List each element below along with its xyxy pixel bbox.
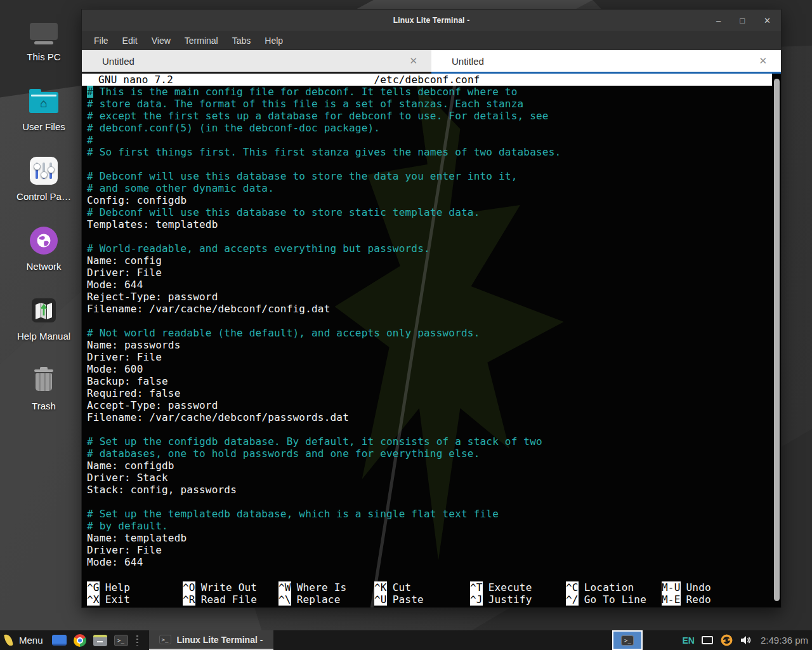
desktop-icon-user-files[interactable]: ⌂ User Files [5,86,82,132]
terminal-line: Reject-Type: password [87,291,781,303]
tab-close-icon[interactable]: ✕ [407,54,420,68]
terminal-line: Mode: 644 [87,279,781,291]
shortcut-label: Paste [393,594,424,606]
terminal-line: Mode: 600 [87,363,781,375]
maximize-icon[interactable]: □ [740,17,745,25]
linux-lite-logo-icon[interactable] [4,633,13,647]
terminal-line: # by default. [87,520,781,532]
menu-help[interactable]: Help [258,33,290,48]
home-folder-icon: ⌂ [29,86,58,116]
terminal-line: Mode: 644 [87,556,781,568]
shortcut-key: ^\ [278,594,291,606]
desktop-icon-help-manual[interactable]: Help Manual [5,296,82,342]
terminal-line: Required: false [87,387,781,399]
terminal-line: # Debconf will use this database to stor… [87,206,781,218]
menu-edit[interactable]: Edit [115,33,145,48]
terminal-line: Backup: false [87,375,781,387]
terminal-line: # Set up the templatedb database, which … [87,508,781,520]
shortcut-key: ^/ [566,594,579,606]
window-titlebar[interactable]: Linux Lite Terminal - – □ ✕ [82,10,781,31]
terminal-view[interactable]: GNU nano 7.2 /etc/debconf.conf # This is… [82,74,781,607]
task-button-terminal[interactable]: >_ Linux Lite Terminal - [149,630,273,650]
terminal-line [87,315,781,327]
shortcut-key: ^O [183,581,195,594]
nano-shortcut: ^WWhere Is [278,581,374,594]
terminal-line: Config: configdb [87,194,781,206]
nano-shortcut: ^JJustify [470,594,566,606]
terminal-line: # Set up the configdb database. By defau… [87,435,781,448]
terminal-line: Driver: File [87,544,781,556]
chrome-launcher-icon[interactable] [74,634,86,647]
terminal-line [87,230,781,242]
scrollbar-thumb[interactable] [774,79,780,601]
menu-terminal[interactable]: Terminal [178,33,225,48]
desktop-icon-label: This PC [27,51,60,62]
tray-terminal-icon[interactable]: >_ [612,630,643,650]
terminal-icon: >_ [621,635,634,646]
shortcut-key: ^K [374,581,387,594]
shortcut-label: Cut [393,581,412,594]
nano-shortcut-row-2: ^XExit^RRead File^\Replace^UPaste^JJusti… [87,594,767,606]
updates-icon[interactable] [720,633,733,647]
desktop-icon-this-pc[interactable]: This PC [5,17,82,62]
menu-tabs[interactable]: Tabs [225,33,258,48]
nano-shortcut: ^/Go To Line [566,594,662,606]
nano-shortcut: ^GHelp [87,581,183,594]
volume-icon[interactable] [740,635,751,645]
shortcut-key: ^U [374,594,387,606]
trash-icon [34,366,53,395]
terminal-line: Driver: Stack [87,472,781,484]
workspace-pager-icon[interactable] [52,635,67,646]
shortcut-key: M-U [662,581,681,594]
nano-titlebar: GNU nano 7.2 /etc/debconf.conf [82,74,772,86]
minimize-icon[interactable]: – [716,17,721,25]
nano-shortcut: ^RRead File [183,594,278,606]
clock[interactable]: 2:49:36 pm [761,635,808,646]
shortcut-label: Redo [686,594,711,606]
menu-file[interactable]: File [87,33,115,48]
terminal-launcher-icon[interactable]: >_ [114,635,128,646]
nano-shortcut: M-UUndo [662,581,757,594]
terminal-line: Filename: /var/cache/debconf/passwords.d… [87,411,781,423]
desktop-icon-control-panel[interactable]: Control Pa… [5,156,82,202]
desktop-icon-trash[interactable]: Trash [5,366,82,411]
terminal-line: # databases, one to hold passwords and o… [87,448,781,460]
nano-shortcut: ^XExit [87,594,183,606]
tab-label: Untitled [452,56,484,67]
terminal-line: # store data. The format of this file is… [87,98,781,110]
nano-filename: /etc/debconf.conf [374,74,480,86]
desktop-icon-label: Trash [32,401,56,411]
shortcut-label: Where Is [297,581,347,594]
close-icon[interactable]: ✕ [764,17,771,25]
tab-untitled-2[interactable]: Untitled ✕ [431,50,781,74]
terminal-line [87,423,781,435]
terminal-line: # except the first sets up a database fo… [87,110,781,122]
shortcut-label: Go To Line [584,594,646,606]
taskbar: Menu >_ >_ Linux Lite Terminal - >_ EN [0,630,812,650]
keyboard-layout-indicator[interactable]: EN [682,635,694,646]
tab-close-icon[interactable]: ✕ [756,54,769,68]
tab-untitled-1[interactable]: Untitled ✕ [82,50,431,74]
nano-shortcut: ^TExecute [470,581,566,594]
desktop-icon-network[interactable]: Network [5,226,82,272]
terminal-line: Name: configdb [87,460,781,472]
start-menu-button[interactable]: Menu [19,635,43,646]
shortcut-key: ^R [183,594,195,606]
terminal-window: Linux Lite Terminal - – □ ✕ File Edit Vi… [81,9,782,608]
menu-view[interactable]: View [145,33,178,48]
shortcut-label: Replace [297,594,341,606]
shortcut-label: Justify [488,594,532,606]
computer-icon [30,17,58,46]
file-manager-launcher-icon[interactable] [93,635,107,646]
terminal-line: # World-readable, and accepts everything… [87,242,781,255]
menubar: File Edit View Terminal Tabs Help [82,31,781,50]
nano-version: GNU nano 7.2 [98,74,173,86]
shortcut-key: ^W [278,581,291,594]
globe-icon [30,226,58,255]
shortcut-key: ^G [87,581,100,594]
nano-shortcut: ^\Replace [278,594,374,606]
terminal-line: Stack: config, passwords [87,484,781,496]
display-settings-icon[interactable] [702,636,713,644]
terminal-line: # and some other dynamic data. [87,182,781,194]
shortcut-label: Exit [105,594,130,606]
